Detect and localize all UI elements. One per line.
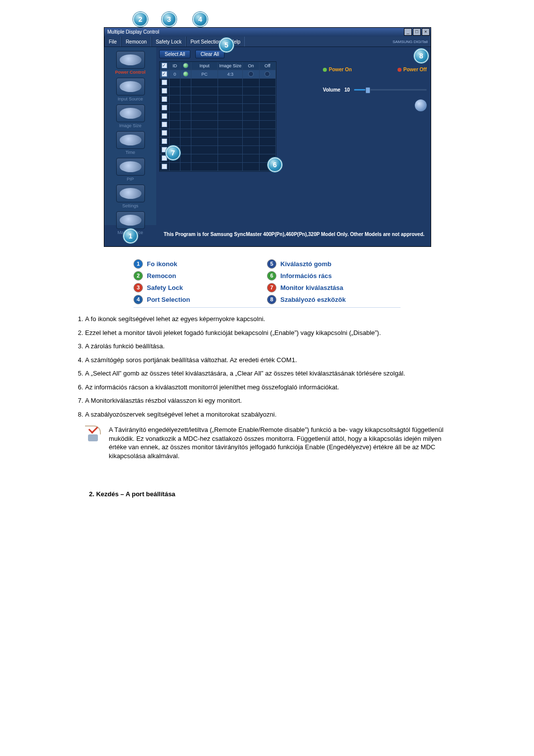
- checkbox-icon[interactable]: [162, 80, 167, 85]
- legend-label-7: Monitor kiválasztása: [280, 284, 343, 291]
- checkbox-icon[interactable]: [162, 105, 167, 110]
- sidebar-item-image-size[interactable]: Image Size: [104, 123, 156, 128]
- grid-header-check: [160, 62, 170, 70]
- sidebar: Power Control Input Source Image Size Ti…: [104, 47, 156, 225]
- volume-value: 10: [344, 87, 350, 93]
- grid-header-input: Input: [191, 62, 218, 70]
- slider-knob-icon[interactable]: [365, 87, 370, 94]
- checkbox-icon[interactable]: [162, 130, 167, 136]
- clear-all-button[interactable]: Clear All: [195, 50, 224, 58]
- note-2: Ezzel lehet a monitor távoli jeleket fog…: [85, 329, 460, 337]
- grid-row-empty[interactable]: [160, 79, 276, 87]
- checkbox-icon[interactable]: [162, 164, 167, 169]
- grid-row-empty[interactable]: [160, 129, 276, 138]
- power-on-icon: [323, 68, 327, 72]
- menubar: File Remocon Safety Lock Port Selection …: [104, 37, 431, 47]
- grid-cell-check[interactable]: [160, 70, 170, 79]
- grid-header-status: [180, 62, 191, 70]
- checkbox-icon[interactable]: [162, 139, 167, 144]
- legend-table: 1Fo ikonok 2Remocon 3Safety Lock 4Port S…: [134, 256, 400, 308]
- grid-cell-status: [180, 70, 191, 79]
- grid-row-empty[interactable]: [160, 138, 276, 146]
- callout-5: 5: [219, 38, 234, 52]
- note-7: A Monitorkiválasztás részbol válasszon k…: [85, 396, 460, 405]
- callout-1: 1: [123, 229, 138, 243]
- power-off-icon: [398, 68, 401, 72]
- grid-header-off-timer: Off Timer: [260, 62, 276, 70]
- menu-file[interactable]: File: [104, 37, 121, 47]
- legend-bullet-6: 6: [267, 271, 276, 281]
- note-4: A számítógép soros portjának beállítása …: [85, 356, 460, 365]
- window-restore-button[interactable]: □: [413, 28, 421, 36]
- legend-label-3: Safety Lock: [147, 284, 183, 291]
- grid-row-empty[interactable]: [160, 163, 276, 171]
- section-heading-2: 2. Kezdés – A port beállítása: [89, 490, 460, 498]
- callout-6: 6: [267, 157, 282, 172]
- grid-header-on-timer: On Timer: [243, 62, 259, 70]
- checkbox-icon[interactable]: [162, 113, 167, 119]
- image-size-icon[interactable]: [116, 104, 145, 122]
- grid-row-empty[interactable]: [160, 104, 276, 112]
- status-dot-icon: [183, 71, 188, 77]
- numbered-notes: A fo ikonok segítségével lehet az egyes …: [74, 315, 460, 419]
- menu-remocon[interactable]: Remocon: [121, 37, 151, 47]
- grid-row-empty[interactable]: [160, 112, 276, 121]
- grid-cell-on-timer: [243, 70, 259, 79]
- power-on-button[interactable]: Power On: [323, 67, 352, 72]
- power-off-button[interactable]: Power Off: [398, 67, 427, 72]
- legend-label-6: Információs rács: [280, 272, 332, 280]
- volume-label: Volume: [323, 87, 340, 93]
- select-all-button[interactable]: Select All: [159, 50, 190, 58]
- note-3: A zárolás funkció beállítása.: [85, 342, 460, 351]
- sidebar-item-input-source[interactable]: Input Source: [104, 96, 156, 101]
- note-8: A szabályozószervek segítségével lehet a…: [85, 410, 460, 419]
- remark-icon: [85, 425, 102, 442]
- callout-2: 2: [133, 12, 148, 27]
- legend-bullet-5: 5: [267, 259, 276, 269]
- check-icon: [162, 63, 167, 68]
- note-1: A fo ikonok segítségével lehet az egyes …: [85, 315, 460, 324]
- maintenance-icon[interactable]: [116, 211, 145, 229]
- legend-label-5: Kiválasztó gomb: [280, 260, 331, 268]
- note-5: A „Select All” gomb az összes tétel kivá…: [85, 369, 460, 378]
- menu-safety-lock[interactable]: Safety Lock: [151, 37, 186, 47]
- checkbox-icon[interactable]: [162, 122, 167, 127]
- settings-icon[interactable]: [116, 185, 145, 202]
- legend-bullet-8: 8: [267, 295, 276, 304]
- sidebar-item-power-control[interactable]: Power Control: [104, 70, 156, 75]
- speaker-icon[interactable]: [415, 99, 427, 111]
- power-control-icon[interactable]: [116, 51, 145, 69]
- checkbox-icon[interactable]: [162, 96, 167, 102]
- checkbox-icon[interactable]: [162, 71, 167, 77]
- window-minimize-button[interactable]: _: [404, 28, 412, 36]
- legend-label-1: Fo ikonok: [147, 260, 177, 268]
- legend-label-2: Remocon: [147, 272, 176, 280]
- grid-header-id: ID: [170, 62, 180, 70]
- callout-7: 7: [166, 145, 180, 160]
- sidebar-item-pip[interactable]: PIP: [104, 177, 156, 182]
- volume-slider[interactable]: [354, 89, 427, 91]
- note-6: Az információs rácson a kiválasztott mon…: [85, 383, 460, 392]
- grid-cell-off-timer: [260, 70, 276, 79]
- remark-text: A Távirányító engedélyezett/letiltva („R…: [109, 425, 460, 460]
- grid-cell-image-size: 4:3: [218, 70, 243, 79]
- legend-bullet-1: 1: [134, 259, 143, 269]
- app-window: Multiple Display Control _ □ × File Remo…: [104, 27, 431, 247]
- pip-icon[interactable]: [116, 158, 145, 176]
- timer-off-icon: [248, 71, 254, 77]
- window-close-button[interactable]: ×: [422, 28, 430, 36]
- checkbox-icon[interactable]: [162, 88, 167, 94]
- grid-row-empty[interactable]: [160, 87, 276, 95]
- grid-cell-input: PC: [191, 70, 218, 79]
- brand-label: SAMSUNG DIGITall: [393, 40, 431, 44]
- window-titlebar: Multiple Display Control _ □ ×: [104, 28, 431, 37]
- grid-row-empty[interactable]: [160, 121, 276, 129]
- window-title: Multiple Display Control: [107, 29, 159, 35]
- legend-label-8: Szabályozó eszközök: [280, 296, 346, 303]
- sidebar-item-time[interactable]: Time: [104, 150, 156, 155]
- time-icon[interactable]: [116, 131, 145, 149]
- grid-row-empty[interactable]: [160, 95, 276, 104]
- input-source-icon[interactable]: [116, 78, 145, 95]
- grid-row[interactable]: 0 PC 4:3: [160, 70, 276, 79]
- sidebar-item-settings[interactable]: Settings: [104, 203, 156, 208]
